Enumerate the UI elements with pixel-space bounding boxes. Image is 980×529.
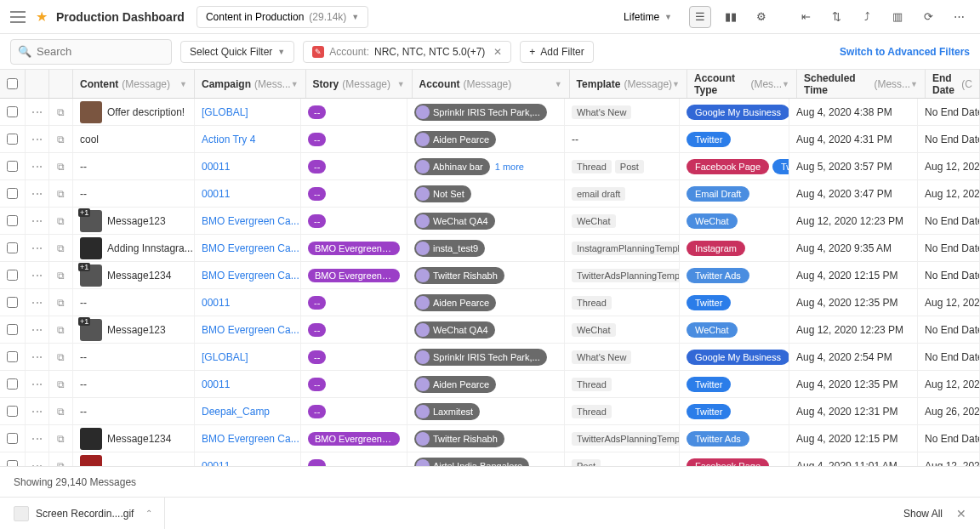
sort-icon[interactable]: ⇅: [825, 6, 847, 28]
row-actions-icon[interactable]: ⋮: [31, 188, 44, 199]
chevron-down-icon[interactable]: ▼: [910, 80, 918, 88]
chevron-down-icon[interactable]: ▼: [179, 80, 187, 88]
row-checkbox[interactable]: [7, 270, 18, 281]
chevron-down-icon[interactable]: ▼: [672, 80, 680, 88]
row-checkbox[interactable]: [7, 161, 18, 172]
row-checkbox[interactable]: [7, 460, 18, 466]
row-actions-icon[interactable]: ⋮: [31, 270, 44, 281]
account-type-column-header[interactable]: Account Type(Mes...▼: [687, 70, 797, 98]
campaign-link[interactable]: 00011: [202, 378, 230, 390]
row-checkbox[interactable]: [7, 106, 18, 117]
account-pill[interactable]: Airtel India Bangalore: [414, 458, 529, 467]
row-actions-icon[interactable]: ⋮: [31, 215, 44, 226]
account-pill[interactable]: WeChat QA4: [414, 213, 495, 230]
row-actions-icon[interactable]: ⋮: [31, 433, 44, 444]
scheduled-time-column-header[interactable]: Scheduled Time(Mess...▼: [797, 70, 926, 98]
table-row[interactable]: ⋮⧉--00011--Abhinav bar1 moreThreadPostFa…: [0, 153, 980, 180]
column-view-icon[interactable]: ▮▮: [720, 6, 742, 28]
copy-icon[interactable]: ⧉: [57, 242, 65, 254]
story-pill[interactable]: --: [308, 350, 326, 364]
chevron-down-icon[interactable]: ▼: [782, 80, 789, 88]
account-pill[interactable]: Abhinav bar: [414, 158, 490, 175]
content-scope-dropdown[interactable]: Content in Production (29.14k) ▼: [197, 6, 368, 28]
campaign-link[interactable]: [GLOBAL]: [202, 351, 248, 363]
star-icon[interactable]: ★: [36, 9, 48, 25]
copy-icon[interactable]: ⧉: [57, 406, 65, 418]
story-pill[interactable]: --: [308, 214, 326, 228]
advanced-filters-link[interactable]: Switch to Advanced Filters: [840, 46, 970, 58]
campaign-link[interactable]: BMO Evergreen Ca...: [202, 433, 299, 445]
list-view-icon[interactable]: ☰: [689, 6, 711, 28]
campaign-link[interactable]: 00011: [202, 161, 230, 173]
row-checkbox[interactable]: [7, 351, 18, 362]
download-item[interactable]: Screen Recordin....gif ⌃: [14, 498, 165, 529]
lifetime-dropdown[interactable]: Lifetime ▼: [615, 7, 681, 27]
copy-icon[interactable]: ⧉: [57, 433, 65, 445]
end-date-column-header[interactable]: End Date(C: [926, 70, 980, 98]
select-all-checkbox[interactable]: [7, 78, 18, 89]
table-row[interactable]: ⋮⧉+1Message123BMO Evergreen Ca...--WeCha…: [0, 208, 980, 235]
account-pill[interactable]: Sprinklr IRIS Tech Park,...: [414, 104, 547, 121]
account-pill[interactable]: Twitter Rishabh: [414, 267, 504, 284]
copy-icon[interactable]: ⧉: [57, 324, 65, 336]
campaign-link[interactable]: Action Try 4: [202, 134, 255, 145]
table-row[interactable]: ⋮⧉--00011--Not Setemail draftEmail Draft…: [0, 180, 980, 208]
account-pill[interactable]: Aiden Pearce: [414, 376, 496, 393]
columns-icon[interactable]: ▥: [886, 6, 909, 28]
story-pill[interactable]: --: [308, 296, 326, 310]
copy-icon[interactable]: ⧉: [57, 188, 65, 200]
row-checkbox[interactable]: [7, 242, 18, 253]
campaign-link[interactable]: 00011: [202, 460, 230, 467]
copy-icon[interactable]: ⧉: [57, 351, 65, 363]
row-checkbox[interactable]: [7, 378, 18, 390]
campaign-link[interactable]: Deepak_Camp: [202, 406, 270, 418]
story-pill[interactable]: BMO Evergreen sub...: [308, 242, 400, 255]
table-row[interactable]: ⋮⧉+1Message1234BMO Evergreen Ca...BMO Ev…: [0, 262, 980, 289]
campaign-link[interactable]: [GLOBAL]: [202, 106, 248, 118]
table-row[interactable]: ⋮⧉Adding Innstagra...BMO Evergreen Ca...…: [0, 235, 980, 262]
row-actions-icon[interactable]: ⋮: [31, 134, 44, 145]
account-filter-pill[interactable]: ✎ Account: NRC, NTC, NTC 5.0(+7) ✕: [303, 41, 511, 63]
table-row[interactable]: ⋮⧉--[GLOBAL]--Sprinklr IRIS Tech Park,..…: [0, 344, 980, 371]
row-actions-icon[interactable]: ⋮: [31, 406, 44, 417]
show-all-downloads[interactable]: Show All: [903, 508, 943, 520]
story-pill[interactable]: --: [308, 323, 326, 337]
copy-icon[interactable]: ⧉: [57, 460, 65, 467]
row-checkbox[interactable]: [7, 134, 18, 145]
account-pill[interactable]: Laxmitest: [414, 403, 480, 420]
quick-filter-dropdown[interactable]: Select Quick Filter ▼: [180, 41, 294, 63]
campaign-link[interactable]: 00011: [202, 188, 230, 200]
campaign-link[interactable]: 00011: [202, 297, 230, 309]
table-row[interactable]: ⋮⧉--Deepak_Camp--LaxmitestThreadTwitterA…: [0, 398, 980, 425]
indent-icon[interactable]: ⇤: [795, 6, 817, 28]
search-box[interactable]: 🔍: [10, 39, 172, 65]
search-input[interactable]: [37, 45, 164, 58]
more-icon[interactable]: ⋯: [948, 6, 970, 28]
row-actions-icon[interactable]: ⋮: [31, 161, 44, 172]
copy-icon[interactable]: ⧉: [57, 106, 65, 118]
account-more-link[interactable]: 1 more: [495, 162, 524, 172]
account-pill[interactable]: WeChat QA4: [414, 321, 495, 338]
chevron-down-icon[interactable]: ▼: [397, 80, 405, 88]
copy-icon[interactable]: ⧉: [57, 270, 65, 282]
row-actions-icon[interactable]: ⋮: [31, 351, 44, 362]
story-pill[interactable]: --: [308, 160, 326, 173]
campaign-link[interactable]: BMO Evergreen Ca...: [202, 324, 299, 336]
row-checkbox[interactable]: [7, 406, 18, 417]
row-checkbox[interactable]: [7, 188, 18, 199]
campaign-link[interactable]: BMO Evergreen Ca...: [202, 215, 299, 227]
add-filter-button[interactable]: + Add Filter: [520, 41, 593, 63]
menu-icon[interactable]: [10, 11, 26, 23]
row-checkbox[interactable]: [7, 215, 18, 226]
story-pill[interactable]: --: [308, 378, 326, 391]
row-checkbox[interactable]: [7, 433, 18, 444]
table-row[interactable]: ⋮⧉--00011--Aiden PearceThreadTwitterAug …: [0, 289, 980, 316]
story-pill[interactable]: BMO Evergreen sub...: [308, 432, 400, 446]
row-actions-icon[interactable]: ⋮: [31, 324, 44, 335]
table-row[interactable]: ⋮⧉--00011--Airtel India BangalorePostFac…: [0, 452, 980, 466]
story-pill[interactable]: --: [308, 187, 326, 201]
row-checkbox[interactable]: [7, 297, 18, 308]
campaign-link[interactable]: BMO Evergreen Ca...: [202, 270, 299, 282]
campaign-column-header[interactable]: Campaign(Mess...▼: [195, 70, 306, 98]
copy-icon[interactable]: ⧉: [57, 215, 65, 227]
